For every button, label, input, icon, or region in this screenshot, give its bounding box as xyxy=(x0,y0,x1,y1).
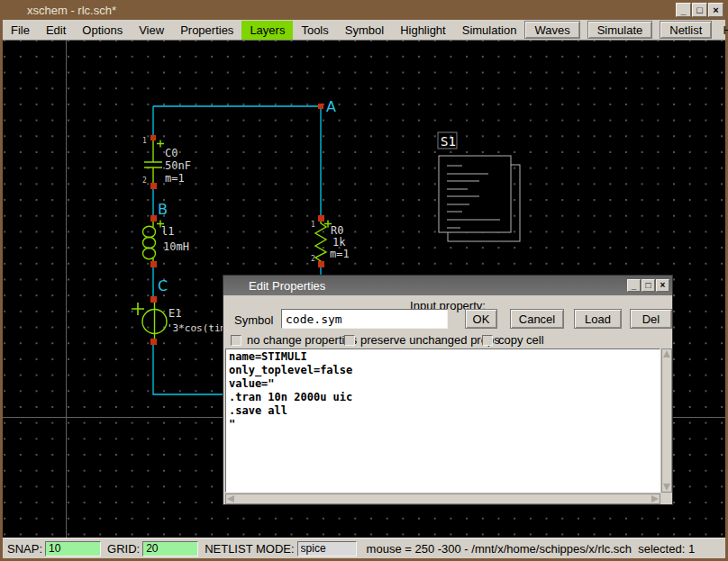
menu-properties[interactable]: Properties xyxy=(172,21,241,40)
source-name: E1 xyxy=(168,307,181,320)
menu-view[interactable]: View xyxy=(131,21,172,40)
capacitor-value: 50nF xyxy=(165,159,191,172)
net-label-b: B xyxy=(158,201,168,218)
net-label-c: C xyxy=(158,277,168,294)
horizontal-scrollbar[interactable] xyxy=(225,493,660,504)
simulate-button[interactable]: Simulate xyxy=(587,21,653,39)
schematic-canvas[interactable]: A B C C0 50nF m=1 l1 10mH R0 1k m=1 E1 '… xyxy=(3,41,725,538)
preserve-unchanged-props-checkbox[interactable]: preserve unchanged props xyxy=(344,333,500,347)
minimize-icon[interactable]: _ xyxy=(676,3,691,17)
vertical-scrollbar[interactable] xyxy=(661,348,672,493)
dialog-title: Edit Properties xyxy=(223,279,325,293)
netlist-mode-input[interactable] xyxy=(297,541,357,556)
scroll-down-icon[interactable] xyxy=(663,484,670,491)
window-title: xschem - rlc.sch* xyxy=(0,4,116,17)
close-icon[interactable]: × xyxy=(708,3,723,17)
menu-file[interactable]: File xyxy=(3,21,38,40)
snap-label: SNAP: xyxy=(7,542,42,556)
title-bar[interactable]: xschem - rlc.sch* _ □ × xyxy=(0,0,728,20)
scroll-up-icon[interactable] xyxy=(663,350,670,357)
menu-tools[interactable]: Tools xyxy=(293,21,336,40)
del-button[interactable]: Del xyxy=(630,309,672,329)
dialog-close-icon[interactable]: × xyxy=(656,279,669,292)
resistor-name: R0 xyxy=(331,224,343,237)
grid-input[interactable] xyxy=(142,541,198,556)
inductor-name: l1 xyxy=(161,225,174,238)
menu-symbol[interactable]: Symbol xyxy=(337,21,392,40)
checkbox-label: copy cell xyxy=(498,333,544,347)
net-labels[interactable]: A B C xyxy=(158,98,336,294)
svg-text:1: 1 xyxy=(142,137,147,145)
code-block-name: S1 xyxy=(441,134,456,149)
netlist-mode-label: NETLIST MODE: xyxy=(205,542,294,556)
dialog-maximize-icon[interactable]: □ xyxy=(642,279,655,292)
menu-simulation[interactable]: Simulation xyxy=(454,21,525,40)
svg-text:1: 1 xyxy=(311,221,315,229)
menu-layers[interactable]: Layers xyxy=(241,21,293,40)
inductor-value: 10mH xyxy=(163,240,189,253)
maximize-icon[interactable]: □ xyxy=(692,3,707,17)
svg-text:2: 2 xyxy=(311,255,315,263)
cancel-button[interactable]: Cancel xyxy=(510,309,564,329)
svg-text:2: 2 xyxy=(142,176,147,185)
resistor-value: 1k xyxy=(332,236,346,249)
checkbox-box[interactable] xyxy=(344,335,355,346)
scroll-left-icon[interactable] xyxy=(227,495,234,502)
netlist-button[interactable]: Netlist xyxy=(660,21,712,39)
menu-help[interactable]: Help xyxy=(719,21,728,40)
symbol-input[interactable] xyxy=(281,309,448,329)
snap-input[interactable] xyxy=(45,541,101,556)
capacitor-name: C0 xyxy=(165,147,177,159)
dialog-title-bar[interactable]: Edit Properties _ □ × xyxy=(223,276,672,295)
mouse-coordinates-info: mouse = 250 -300 - /mnt/x/home/schippes/… xyxy=(367,542,696,556)
symbol-label: Symbol xyxy=(234,313,273,327)
property-text-area[interactable]: name=STIMULI only_toplevel=false value="… xyxy=(225,348,660,493)
dialog-minimize-icon[interactable]: _ xyxy=(627,279,641,292)
edit-properties-dialog: Edit Properties _ □ × Input property: Sy… xyxy=(223,275,673,505)
copy-cell-checkbox[interactable]: copy cell xyxy=(482,333,544,347)
checkbox-box[interactable] xyxy=(231,335,241,346)
ok-button[interactable]: OK xyxy=(465,309,497,329)
capacitor-mult: m=1 xyxy=(165,172,185,185)
checkbox-box[interactable] xyxy=(482,335,493,346)
load-button[interactable]: Load xyxy=(574,309,622,329)
grid-label: GRID: xyxy=(107,542,140,556)
scroll-right-icon[interactable] xyxy=(651,495,659,502)
checkbox-label: preserve unchanged props xyxy=(360,333,500,347)
resistor-mult: m=1 xyxy=(330,248,350,260)
net-label-a: A xyxy=(326,98,336,115)
menu-highlight[interactable]: Highlight xyxy=(392,21,454,40)
code-block-s1[interactable]: S1 xyxy=(438,132,520,241)
status-bar: SNAP: GRID: NETLIST MODE: mouse = 250 -3… xyxy=(3,538,725,558)
waves-button[interactable]: Waves xyxy=(524,21,579,39)
menu-options[interactable]: Options xyxy=(74,21,131,40)
checkbox-label: no change properties xyxy=(247,333,357,347)
no-change-properties-checkbox[interactable]: no change properties xyxy=(231,333,357,347)
menu-bar: File Edit Options View Properties Layers… xyxy=(3,20,725,41)
menu-edit[interactable]: Edit xyxy=(38,21,74,40)
xschem-window: xschem - rlc.sch* _ □ × File Edit Option… xyxy=(0,0,728,561)
